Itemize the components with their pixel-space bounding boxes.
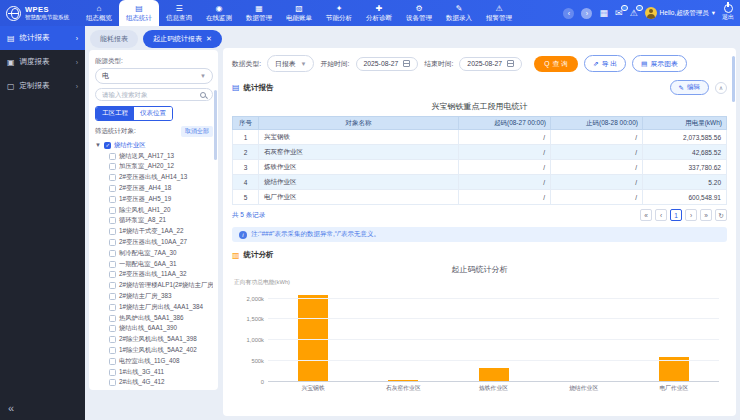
table-row[interactable]: 1兴宝钢铁//2,073,585.56 [233,130,727,145]
query-button[interactable]: Q 查 询 [534,56,578,72]
tree-node[interactable]: 2#变压器出线_AH14_13 [95,172,213,183]
tree-node[interactable]: 烧结出线_6AA1_390 [95,324,213,335]
tree-node[interactable]: 一期配电室_6AA_31 [95,259,213,270]
checkbox[interactable] [109,228,116,235]
tree-node[interactable]: 2#烧结主厂房_383 [95,291,213,302]
nav-item-9[interactable]: ⚙设备管理 [399,0,439,26]
tree-node[interactable]: 制冷配电室_7AA_30 [95,248,213,259]
caret-down-icon[interactable]: ▼ [95,142,101,148]
nav-item-3[interactable]: ☰信息查询 [159,0,199,26]
checkbox[interactable] [109,217,116,224]
close-icon[interactable]: ✕ [206,35,212,43]
tree-node[interactable]: 1#变压器_AH5_19 [95,194,213,205]
user-menu[interactable]: Hello,超级管理员 ▾ [645,7,715,19]
tree-node[interactable]: 除尘风机_AH1_20 [95,205,213,216]
nav-item-1[interactable]: ⌂组态概览 [79,0,119,26]
table-row[interactable]: 4烧结作业区//5.20 [233,175,727,190]
tree-search[interactable] [95,88,213,101]
tree-node[interactable]: 1#出线_3G_411 [95,367,213,378]
tree-scrollbar[interactable] [214,90,217,160]
nav-item-5[interactable]: ▦数据管理 [239,0,279,26]
checkbox[interactable] [109,369,116,376]
checkbox[interactable] [109,196,116,203]
checkbox[interactable] [109,315,116,322]
tree-node[interactable]: 1#烧结主厂房出线_4AA1_384 [95,302,213,313]
sidebar-item-2[interactable]: ▣调度报表› [0,50,85,74]
notification-bell-icon[interactable]: ⚠ [630,8,638,18]
checkbox[interactable] [109,250,116,257]
segment-1[interactable]: 工区工程 [96,107,134,120]
tree-search-input[interactable] [102,91,190,98]
checkbox[interactable] [109,325,116,332]
start-date-input[interactable]: 2025-08-27 [356,57,419,71]
checkbox[interactable] [109,239,116,246]
segment-2[interactable]: 仪表位置 [134,107,172,120]
prev-page-icon[interactable]: ‹ [655,209,667,221]
report-edit-button[interactable]: ✎ 编辑 [670,80,709,95]
tree-node[interactable]: 电控室出线_11G_408 [95,356,213,367]
export-button[interactable]: ⇗ 导 出 [584,55,626,72]
checkbox[interactable] [109,304,116,311]
current-page[interactable]: 1 [670,209,682,221]
nav-item-8[interactable]: ✚分析诊断 [359,0,399,26]
clear-all-button[interactable]: 取消全部 [181,126,213,137]
sidebar-collapse-button[interactable]: « [8,402,14,414]
last-page-icon[interactable]: » [700,209,712,221]
next-page-icon[interactable]: › [685,209,697,221]
tree-node[interactable]: 1#除尘风机出线_5AA2_402 [95,345,213,356]
nav-item-10[interactable]: ✎数据录入 [439,0,479,26]
checkbox-checked[interactable] [104,142,111,149]
tree-node[interactable]: 2#出线_4G_412 [95,378,213,389]
section-collapse-icon[interactable]: ∧ [715,82,727,94]
energy-type-select[interactable]: 电 ▼ [95,68,213,84]
checkbox[interactable] [109,207,116,214]
checkbox[interactable] [109,282,116,289]
checkbox[interactable] [109,174,116,181]
checkbox[interactable] [109,261,116,268]
tree-node[interactable]: 2#变压器_AH4_18 [95,183,213,194]
nav-item-7[interactable]: ✦节能分析 [319,0,359,26]
checkbox[interactable] [109,271,116,278]
tree-node[interactable]: 加压泵室_AH20_12 [95,162,213,173]
tab-1[interactable]: 能耗报表 [90,30,138,48]
chart-bar[interactable] [479,368,509,382]
tree-node[interactable]: 烧结送风_AH17_13 [95,151,213,162]
checkbox[interactable] [109,293,116,300]
logout-button[interactable]: 退出 [722,4,734,22]
nav-item-6[interactable]: ▧电能账单 [279,0,319,26]
checkbox[interactable] [109,153,116,160]
message-icon[interactable]: ✉ [615,8,623,18]
checkbox[interactable] [109,336,116,343]
tree-node[interactable]: 2#除尘风机出线_5AA1_398 [95,334,213,345]
table-row[interactable]: 2石灰窑作业区//42,685.52 [233,145,727,160]
main-scrollbar[interactable] [732,56,735,102]
tree-root-node[interactable]: ▼烧结作业区 [95,140,213,151]
grid-menu-icon[interactable]: ▦ [599,8,608,18]
checkbox[interactable] [109,358,116,365]
data-type-select[interactable]: 日报表 ▼ [267,55,314,72]
table-row[interactable]: 5电厂作业区//600,548.91 [233,190,727,205]
nav-item-11[interactable]: ⚠报警管理 [479,0,519,26]
checkbox[interactable] [109,347,116,354]
tree-node[interactable]: 热风炉出线_5AA1_386 [95,313,213,324]
nav-scroll-right-icon[interactable]: › [581,8,592,19]
tree-node[interactable]: 循环泵室_A8_21 [95,216,213,227]
tree-node[interactable]: 2#烧结管理楼ALP1(2#烧结主厂房) [95,280,213,291]
show-chart-button[interactable]: ▤ 展示图表 [632,55,687,72]
tab-2[interactable]: 起止码统计报表✕ [143,30,222,48]
sidebar-item-1[interactable]: ▤统计报表› [0,26,85,50]
checkbox[interactable] [109,185,116,192]
nav-item-2[interactable]: ▤组态统计 [119,0,159,26]
tree-node[interactable]: 1#烧结干式变_1AA_22 [95,226,213,237]
table-row[interactable]: 3炼铁作业区//337,780.62 [233,160,727,175]
tree-node[interactable]: 8#变压器_10G_414 [95,388,213,390]
sidebar-item-3[interactable]: ▢定制报表› [0,74,85,98]
checkbox[interactable] [109,379,116,386]
tree-node[interactable]: 2#变压器出线_11AA_32 [95,270,213,281]
first-page-icon[interactable]: « [640,209,652,221]
tree-node[interactable]: 2#变压器出线_10AA_27 [95,237,213,248]
end-date-input[interactable]: 2025-08-27 [459,57,522,71]
checkbox[interactable] [109,163,116,170]
nav-scroll-left-icon[interactable]: ‹ [563,8,574,19]
nav-item-4[interactable]: ◉在线监测 [199,0,239,26]
